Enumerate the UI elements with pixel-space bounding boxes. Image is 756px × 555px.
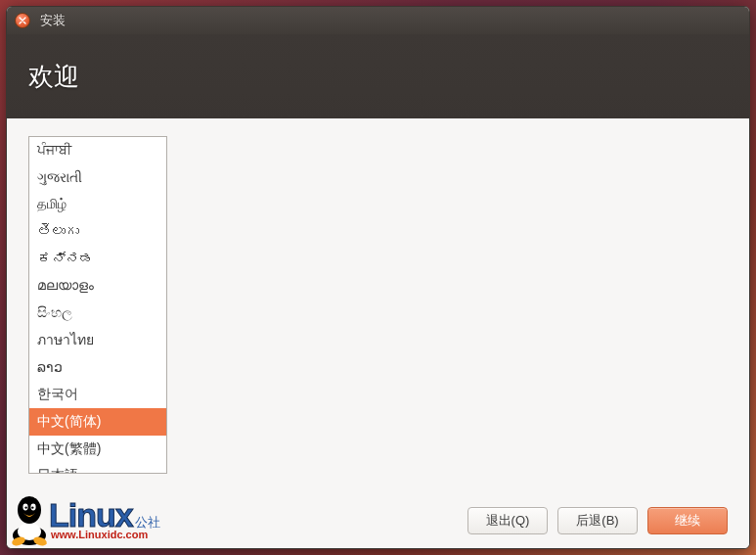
- language-option[interactable]: తెలుగు: [29, 218, 166, 246]
- page-title: 欢迎: [28, 60, 79, 94]
- language-option[interactable]: ภาษาไทย: [29, 327, 166, 354]
- button-row: 退出(Q) 后退(B) 继续: [467, 507, 728, 534]
- close-icon: [19, 17, 26, 24]
- language-option[interactable]: 日本語: [29, 462, 166, 474]
- close-button[interactable]: [15, 13, 30, 28]
- language-option[interactable]: தமிழ்: [29, 191, 166, 218]
- language-list[interactable]: ਪੰਜਾਬੀગુજરાતીதமிழ்తెలుగుಕನ್ನಡമലയാളംසිංහල…: [28, 136, 167, 474]
- content-area: ਪੰਜਾਬੀગુજરાતીதமிழ்తెలుగుಕನ್ನಡമലയാളംසිංහල…: [7, 118, 749, 548]
- continue-button[interactable]: 继续: [647, 507, 728, 534]
- titlebar: 安装: [7, 7, 749, 34]
- language-option[interactable]: ગુજરાતી: [29, 164, 166, 192]
- language-option[interactable]: සිංහල: [29, 300, 166, 327]
- language-option[interactable]: ਪੰਜਾਬੀ: [29, 137, 166, 164]
- window-title: 安装: [40, 12, 66, 29]
- header: 欢迎: [7, 34, 749, 118]
- language-option[interactable]: മലയാളം: [29, 272, 166, 300]
- language-option[interactable]: ಕನ್ನಡ: [29, 246, 166, 273]
- language-option[interactable]: 中文(繁體): [29, 436, 166, 463]
- language-option[interactable]: ລາວ: [29, 354, 166, 382]
- language-option[interactable]: 中文(简体): [29, 408, 166, 436]
- installer-window: 安装 欢迎 ਪੰਜਾਬੀગુજરાતીதமிழ்తెలుగుಕನ್ನಡമലയാള…: [6, 6, 750, 549]
- language-option[interactable]: 한국어: [29, 381, 166, 408]
- quit-button[interactable]: 退出(Q): [467, 507, 548, 534]
- back-button[interactable]: 后退(B): [557, 507, 638, 534]
- desktop-background: 安装 欢迎 ਪੰਜਾਬੀગુજરાતીதமிழ்తెలుగుಕನ್ನಡമലയാള…: [0, 0, 756, 555]
